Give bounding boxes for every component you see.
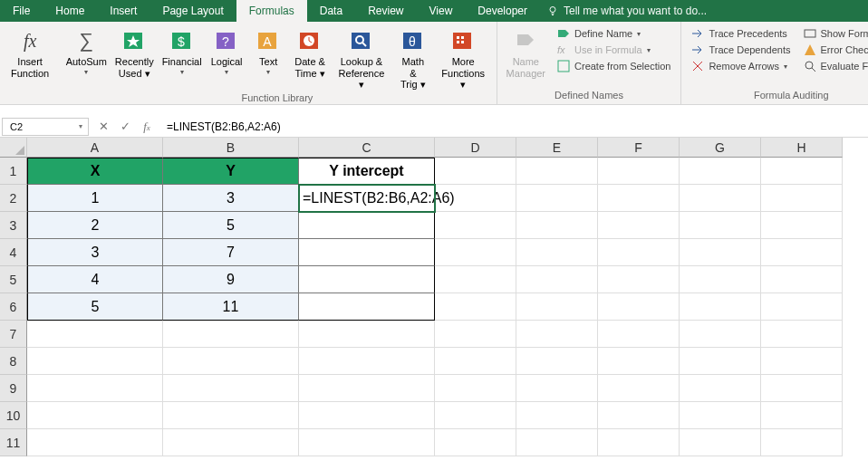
cell-C6[interactable] (299, 293, 435, 321)
cell-E3[interactable] (516, 212, 598, 239)
cell-C2[interactable]: =LINEST(B2:B6,A2:A6) (299, 185, 435, 212)
cell-C10[interactable] (299, 402, 435, 429)
tab-file[interactable]: File (0, 0, 43, 22)
create-from-selection-button[interactable]: Create from Selection (555, 58, 673, 74)
cell-G10[interactable] (680, 402, 761, 429)
cell-F9[interactable] (598, 375, 680, 402)
cell-B9[interactable] (163, 375, 299, 402)
tab-review[interactable]: Review (355, 0, 416, 22)
tab-view[interactable]: View (417, 0, 466, 22)
cell-H3[interactable] (761, 212, 843, 239)
lookup-button[interactable]: Lookup &Reference ▾ (331, 24, 392, 91)
cell-D4[interactable] (435, 239, 516, 266)
cell-F6[interactable] (598, 293, 680, 321)
cell-A10[interactable] (27, 402, 163, 429)
cell-F1[interactable] (598, 158, 680, 185)
evaluate-formula-button[interactable]: Evaluate Formu (801, 58, 868, 74)
row-head-9[interactable]: 9 (0, 375, 27, 402)
cell-C8[interactable] (299, 348, 435, 375)
row-head-1[interactable]: 1 (0, 158, 27, 185)
cell-H8[interactable] (761, 348, 843, 375)
row-head-2[interactable]: 2 (0, 185, 27, 212)
col-head-H[interactable]: H (761, 138, 843, 158)
cell-E2[interactable] (516, 185, 598, 212)
enter-formula-button[interactable]: ✓ (114, 120, 136, 133)
cell-D5[interactable] (435, 266, 516, 293)
autosum-button[interactable]: ∑ AutoSum▾ (62, 24, 111, 76)
cell-F11[interactable] (598, 429, 680, 456)
tab-data[interactable]: Data (307, 0, 355, 22)
cell-C3[interactable] (299, 212, 435, 239)
cell-B7[interactable] (163, 321, 299, 348)
cell-A3[interactable]: 2 (27, 212, 163, 239)
row-head-3[interactable]: 3 (0, 212, 27, 239)
text-button[interactable]: A Text▾ (247, 24, 289, 76)
define-name-button[interactable]: Define Name ▾ (555, 25, 673, 42)
cell-F8[interactable] (598, 348, 680, 375)
col-head-G[interactable]: G (680, 138, 761, 158)
name-box[interactable]: C2▾ (2, 118, 89, 136)
cell-H9[interactable] (761, 375, 843, 402)
cell-C11[interactable] (299, 429, 435, 456)
cell-H1[interactable] (761, 158, 843, 185)
cell-D9[interactable] (435, 375, 516, 402)
cell-E8[interactable] (516, 348, 598, 375)
cell-A11[interactable] (27, 429, 163, 456)
cell-B1[interactable]: Y (163, 158, 299, 185)
row-head-4[interactable]: 4 (0, 239, 27, 266)
row-head-5[interactable]: 5 (0, 266, 27, 293)
cell-G4[interactable] (680, 239, 761, 266)
col-head-A[interactable]: A (27, 138, 163, 158)
cell-H10[interactable] (761, 402, 843, 429)
show-formulas-button[interactable]: Show Formulas (801, 25, 868, 42)
cell-A9[interactable] (27, 375, 163, 402)
tab-home[interactable]: Home (43, 0, 97, 22)
tab-developer[interactable]: Developer (465, 0, 540, 22)
cell-H2[interactable] (761, 185, 843, 212)
cell-B4[interactable]: 7 (163, 239, 299, 266)
math-trig-button[interactable]: θ Math &Trig ▾ (392, 24, 434, 91)
fx-button[interactable]: fx (136, 120, 158, 134)
cell-B8[interactable] (163, 348, 299, 375)
cell-A8[interactable] (27, 348, 163, 375)
cell-C1[interactable]: Y intercept (299, 158, 435, 185)
cell-G11[interactable] (680, 429, 761, 456)
cell-G3[interactable] (680, 212, 761, 239)
cell-B6[interactable]: 11 (163, 293, 299, 321)
cell-F10[interactable] (598, 402, 680, 429)
tab-page-layout[interactable]: Page Layout (149, 0, 236, 22)
cell-A7[interactable] (27, 321, 163, 348)
cell-E1[interactable] (516, 158, 598, 185)
cell-C4[interactable] (299, 239, 435, 266)
row-head-10[interactable]: 10 (0, 402, 27, 429)
name-manager-button[interactable]: NameManager (501, 24, 551, 79)
cell-G7[interactable] (680, 321, 761, 348)
cell-G2[interactable] (680, 185, 761, 212)
tab-formulas[interactable]: Formulas (236, 0, 307, 22)
use-in-formula-button[interactable]: fxUse in Formula ▾ (555, 42, 673, 58)
cell-E6[interactable] (516, 293, 598, 321)
cell-E9[interactable] (516, 375, 598, 402)
cell-H7[interactable] (761, 321, 843, 348)
cell-B3[interactable]: 5 (163, 212, 299, 239)
cell-D10[interactable] (435, 402, 516, 429)
cell-F7[interactable] (598, 321, 680, 348)
cell-F4[interactable] (598, 239, 680, 266)
cell-D3[interactable] (435, 212, 516, 239)
cell-A1[interactable]: X (27, 158, 163, 185)
row-head-11[interactable]: 11 (0, 429, 27, 456)
cell-G8[interactable] (680, 348, 761, 375)
cell-G9[interactable] (680, 375, 761, 402)
tell-me-search[interactable]: Tell me what you want to do... (540, 5, 714, 17)
tab-insert[interactable]: Insert (97, 0, 149, 22)
cell-C9[interactable] (299, 375, 435, 402)
cell-H4[interactable] (761, 239, 843, 266)
cell-A6[interactable]: 5 (27, 293, 163, 321)
remove-arrows-button[interactable]: Remove Arrows ▾ (689, 58, 793, 74)
date-time-button[interactable]: Date &Time ▾ (289, 24, 331, 79)
financial-button[interactable]: $ Financial▾ (158, 24, 206, 76)
cell-D11[interactable] (435, 429, 516, 456)
cell-A5[interactable]: 4 (27, 266, 163, 293)
cell-G6[interactable] (680, 293, 761, 321)
error-checking-button[interactable]: Error Checking (801, 42, 868, 58)
